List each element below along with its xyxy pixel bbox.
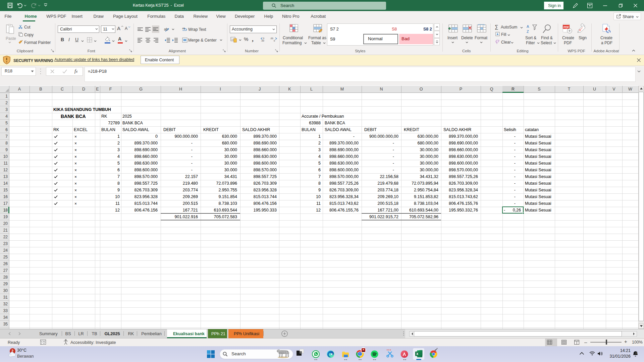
svg-text:Z: Z [527,29,529,34]
svg-text:ab: ab [164,27,168,31]
svg-text:.00: .00 [270,37,273,40]
svg-text:0: 0 [274,40,275,42]
svg-text:0: 0 [263,37,264,40]
svg-text:.00: .00 [261,40,264,42]
svg-text:PDF: PDF [564,25,569,29]
svg-text:z: z [637,351,638,353]
svg-text:A: A [527,24,529,28]
